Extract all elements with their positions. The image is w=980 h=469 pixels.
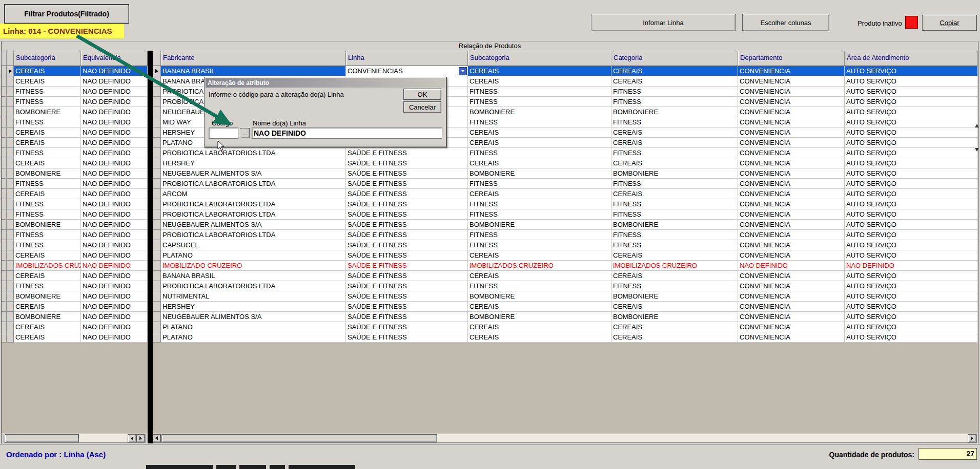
cell-equivalencia[interactable]: NAO DEFINIDO	[81, 168, 148, 179]
cell-linha[interactable]: SAÚDE E FITNESS	[346, 158, 468, 168]
cell-categoria[interactable]: BOMBONIERE	[611, 107, 738, 117]
cell-equivalencia[interactable]: NAO DEFINIDO	[81, 250, 148, 261]
escolher-colunas-button[interactable]: Escolher colunas	[742, 14, 829, 31]
cell-subcategoria[interactable]: FITNESS	[14, 199, 81, 209]
cell-linha[interactable]: SAÚDE E FITNESS	[346, 271, 468, 281]
main-pane-hscrollbar[interactable]	[152, 434, 977, 443]
cell-subcategoria[interactable]: BOMBONIERE	[14, 168, 81, 179]
cell-linha[interactable]: SAÚDE E FITNESS	[346, 250, 468, 261]
cell-subcategoria-2[interactable]: BOMBONIERE	[468, 291, 611, 302]
cell-departamento[interactable]: CONVENIENCIA	[738, 332, 845, 343]
cell-categoria[interactable]: BOMBONIERE	[611, 220, 738, 230]
cell-categoria[interactable]: FITNESS	[611, 281, 738, 291]
cell-linha[interactable]: SAÚDE E FITNESS	[346, 230, 468, 240]
cell-area-atendimento[interactable]: AUTO SERVIÇO	[845, 230, 978, 240]
cell-subcategoria[interactable]: FITNESS	[14, 179, 81, 189]
cell-equivalencia[interactable]: NAO DEFINIDO	[81, 97, 148, 107]
cell-subcategoria-2[interactable]: CEREAIS	[468, 250, 611, 261]
cell-subcategoria[interactable]: FITNESS	[14, 240, 81, 250]
cell-subcategoria[interactable]: CEREAIS	[14, 302, 81, 312]
cell-equivalencia[interactable]: NAO DEFINIDO	[81, 179, 148, 189]
cell-departamento[interactable]: CONVENIENCIA	[738, 107, 845, 117]
scroll-left-button[interactable]	[152, 434, 161, 442]
column-header-equivalencia[interactable]: Equivalencia	[81, 51, 148, 66]
cell-linha[interactable]: SAÚDE E FITNESS	[346, 261, 468, 271]
cell-area-atendimento[interactable]: AUTO SERVIÇO	[845, 281, 978, 291]
cell-departamento[interactable]: CONVENIENCIA	[738, 127, 845, 138]
cell-departamento[interactable]: NAO DEFINIDO	[738, 261, 845, 271]
cell-fabricante[interactable]: BANANA BRASIL	[161, 271, 346, 281]
cell-fabricante[interactable]: HERSHEY	[161, 302, 346, 312]
cell-equivalencia[interactable]: NAO DEFINIDO	[81, 322, 148, 332]
cell-equivalencia[interactable]: NAO DEFINIDO	[81, 138, 148, 148]
browse-button[interactable]: ...	[240, 128, 250, 138]
cell-area-atendimento[interactable]: AUTO SERVIÇO	[845, 97, 978, 107]
cell-departamento[interactable]: CONVENIENCIA	[738, 230, 845, 240]
cell-fabricante[interactable]: NEUGEBAUER ALIMENTOS S/A	[161, 220, 346, 230]
cell-categoria[interactable]: IMOBILIZADOS CRUZEIRO	[611, 261, 738, 271]
cell-departamento[interactable]: CONVENIENCIA	[738, 209, 845, 220]
cell-equivalencia[interactable]: NAO DEFINIDO	[81, 230, 148, 240]
cell-categoria[interactable]: FITNESS	[611, 240, 738, 250]
cell-equivalencia[interactable]: NAO DEFINIDO	[81, 271, 148, 281]
cell-area-atendimento[interactable]: AUTO SERVIÇO	[845, 168, 978, 179]
cancelar-button[interactable]: Cancelar	[403, 101, 441, 113]
cell-subcategoria-2[interactable]: FITNESS	[468, 230, 611, 240]
cell-fabricante[interactable]: PROBIOTICA LABORATORIOS LTDA	[161, 148, 346, 158]
cell-equivalencia[interactable]: NAO DEFINIDO	[81, 291, 148, 302]
linha-dropdown-button[interactable]	[459, 67, 467, 75]
cell-subcategoria-2[interactable]: FITNESS	[468, 97, 611, 107]
cell-fabricante[interactable]: PROBIOTICA LABORATORIOS LTDA	[161, 199, 346, 209]
cell-subcategoria[interactable]: FITNESS	[14, 148, 81, 158]
cell-equivalencia[interactable]: NAO DEFINIDO	[81, 76, 148, 87]
cell-subcategoria-2[interactable]: CEREAIS	[468, 322, 611, 332]
cell-subcategoria[interactable]: CEREAIS	[14, 332, 81, 343]
cell-categoria[interactable]: FITNESS	[611, 148, 738, 158]
frozen-pane-divider[interactable]	[148, 51, 153, 443]
cell-linha[interactable]: SAÚDE E FITNESS	[346, 168, 468, 179]
cell-equivalencia[interactable]: NAO DEFINIDO	[81, 189, 148, 199]
cell-categoria[interactable]: CEREAIS	[611, 76, 738, 87]
column-header-linha[interactable]: Linha	[346, 51, 468, 66]
cell-subcategoria-2[interactable]: FITNESS	[468, 209, 611, 220]
cell-subcategoria-2[interactable]: CEREAIS	[468, 127, 611, 138]
cell-subcategoria[interactable]: FITNESS	[14, 209, 81, 220]
cell-departamento[interactable]: CONVENIENCIA	[738, 312, 845, 322]
cell-departamento[interactable]: CONVENIENCIA	[738, 76, 845, 87]
cell-departamento[interactable]: CONVENIENCIA	[738, 271, 845, 281]
ok-button[interactable]: OK	[403, 89, 441, 100]
cell-categoria[interactable]: CEREAIS	[611, 66, 738, 76]
scrollbar-thumb[interactable]	[5, 434, 79, 442]
cell-categoria[interactable]: CEREAIS	[611, 189, 738, 199]
cell-subcategoria[interactable]: CEREAIS	[14, 158, 81, 168]
cell-subcategoria[interactable]: FITNESS	[14, 97, 81, 107]
scroll-right-button[interactable]	[136, 434, 145, 442]
cell-subcategoria-2[interactable]: CEREAIS	[468, 138, 611, 148]
cell-equivalencia[interactable]: NAO DEFINIDO	[81, 332, 148, 343]
cell-fabricante[interactable]: PLATANO	[161, 250, 346, 261]
cell-linha[interactable]: SAÚDE E FITNESS	[346, 209, 468, 220]
cell-equivalencia[interactable]: NAO DEFINIDO	[81, 87, 148, 97]
cell-area-atendimento[interactable]: AUTO SERVIÇO	[845, 148, 978, 158]
cell-subcategoria[interactable]: CEREAIS	[14, 76, 81, 87]
cell-subcategoria[interactable]: IMOBILIZADOS CRUZEIRO	[14, 261, 81, 271]
right-edge-scroll-arrows[interactable]	[975, 123, 979, 153]
cell-fabricante[interactable]: CAPSUGEL	[161, 240, 346, 250]
cell-subcategoria-2[interactable]: CEREAIS	[468, 271, 611, 281]
cell-departamento[interactable]: CONVENIENCIA	[738, 250, 845, 261]
cell-categoria[interactable]: FITNESS	[611, 117, 738, 127]
cell-fabricante[interactable]: NUTRIMENTAL	[161, 291, 346, 302]
cell-subcategoria-2[interactable]: FITNESS	[468, 281, 611, 291]
cell-departamento[interactable]: CONVENIENCIA	[738, 322, 845, 332]
cell-linha[interactable]: SAÚDE E FITNESS	[346, 240, 468, 250]
cell-subcategoria[interactable]: CEREAIS	[14, 322, 81, 332]
cell-subcategoria-2[interactable]: FITNESS	[468, 87, 611, 97]
cell-departamento[interactable]: CONVENIENCIA	[738, 117, 845, 127]
cell-subcategoria[interactable]: CEREAIS	[14, 189, 81, 199]
cell-area-atendimento[interactable]: AUTO SERVIÇO	[845, 250, 978, 261]
cell-equivalencia[interactable]: NAO DEFINIDO	[81, 209, 148, 220]
cell-equivalencia[interactable]: NAO DEFINIDO	[81, 127, 148, 138]
nome-linha-input[interactable]	[252, 127, 442, 139]
cell-linha[interactable]: SAÚDE E FITNESS	[346, 312, 468, 322]
cell-equivalencia[interactable]: NAO DEFINIDO	[81, 158, 148, 168]
